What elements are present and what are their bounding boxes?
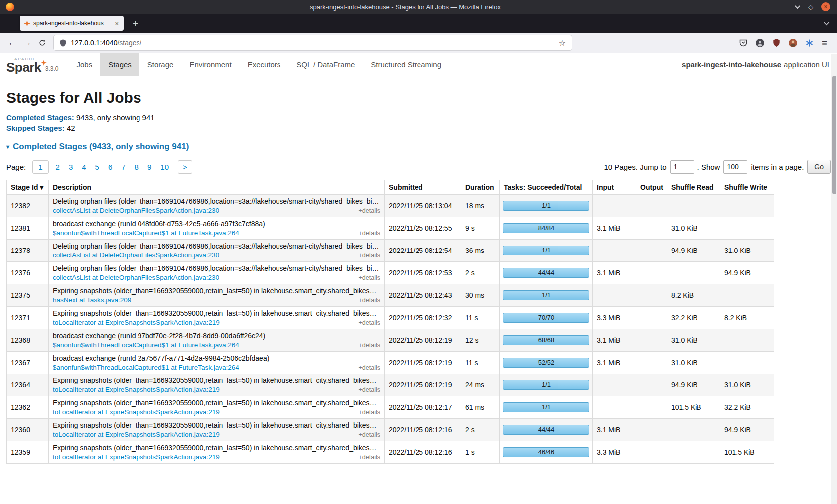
skipped-stages-link[interactable]: Skipped Stages:: [6, 124, 65, 132]
input-cell: 3.3 MiB: [593, 307, 636, 329]
shuffle-read-cell: [667, 262, 720, 284]
spark-nav-storage[interactable]: Storage: [140, 53, 182, 76]
hamburger-menu-icon[interactable]: ≡: [822, 38, 827, 48]
shuffle-write-cell: [720, 217, 774, 240]
tab-close-icon[interactable]: ×: [114, 20, 120, 27]
new-tab-button[interactable]: +: [131, 19, 140, 28]
items-per-page-input[interactable]: [723, 160, 747, 174]
stage-callsite-link[interactable]: $anonfun$withThreadLocalCaptured$1 at Fu…: [53, 364, 239, 371]
spark-nav-sql-dataframe[interactable]: SQL / DataFrame: [288, 53, 363, 76]
page-scrollbar[interactable]: [831, 54, 837, 504]
stage-callsite-link[interactable]: hasNext at Tasks.java:209: [53, 296, 131, 304]
details-toggle[interactable]: +details: [359, 342, 380, 349]
column-header-duration[interactable]: Duration: [461, 180, 500, 195]
shuffle-write-cell: 101.5 KiB: [720, 441, 774, 464]
column-header-submitted[interactable]: Submitted: [385, 180, 461, 195]
page-link-9[interactable]: 9: [147, 163, 151, 171]
column-header-output[interactable]: Output: [636, 180, 667, 195]
output-cell: [636, 352, 667, 374]
stage-callsite-link[interactable]: toLocalIterator at ExpireSnapshotsSparkA…: [53, 386, 220, 393]
details-toggle[interactable]: +details: [359, 364, 380, 371]
stage-id-cell: 12378: [7, 240, 49, 262]
back-button[interactable]: ←: [5, 36, 20, 50]
duration-cell: 24 ms: [461, 374, 500, 396]
tasks-progress-bar: 44/44: [503, 425, 589, 435]
scrollbar-thumb[interactable]: [832, 76, 836, 194]
duration-cell: 36 ms: [461, 240, 500, 262]
details-toggle[interactable]: +details: [359, 454, 380, 461]
description-cell: Expiring snapshots (older_than=166932055…: [49, 284, 385, 307]
list-all-tabs-icon[interactable]: [825, 21, 829, 25]
details-toggle[interactable]: +details: [359, 230, 380, 237]
go-button[interactable]: Go: [807, 160, 831, 174]
tab-title: spark-ingest-into-lakehous: [33, 20, 111, 27]
column-header-stage-id[interactable]: Stage Id ▾: [7, 180, 49, 195]
pocket-icon[interactable]: [739, 39, 747, 47]
browser-tab[interactable]: spark-ingest-into-lakehous ×: [20, 16, 124, 31]
page-link-3[interactable]: 3: [69, 163, 73, 171]
ublock-shield-icon[interactable]: [773, 39, 780, 47]
profile-avatar-icon[interactable]: [789, 39, 797, 47]
stage-callsite-link[interactable]: toLocalIterator at ExpireSnapshotsSparkA…: [53, 453, 220, 461]
column-header-tasks-succeeded-total[interactable]: Tasks: Succeeded/Total: [500, 180, 593, 195]
details-toggle[interactable]: +details: [359, 274, 380, 281]
details-toggle[interactable]: +details: [359, 386, 380, 393]
close-window-icon[interactable]: ×: [821, 2, 830, 11]
spark-nav-stages[interactable]: Stages: [100, 53, 140, 76]
column-header-description[interactable]: Description: [49, 180, 385, 195]
tasks-progress-label: 46/46: [503, 448, 589, 457]
input-cell: [593, 374, 636, 396]
stage-callsite-link[interactable]: $anonfun$withThreadLocalCaptured$1 at Fu…: [53, 341, 239, 349]
account-icon[interactable]: [756, 39, 764, 47]
details-toggle[interactable]: +details: [359, 431, 380, 438]
page-link-10[interactable]: 10: [160, 163, 169, 171]
stage-callsite-link[interactable]: toLocalIterator at ExpireSnapshotsSparkA…: [53, 319, 220, 326]
details-toggle[interactable]: +details: [359, 409, 380, 416]
stage-callsite-link[interactable]: toLocalIterator at ExpireSnapshotsSparkA…: [53, 431, 220, 438]
details-toggle[interactable]: +details: [359, 207, 380, 214]
spark-logo[interactable]: APACHE Spark: [6, 57, 41, 73]
completed-stages-section-toggle[interactable]: ▾ Completed Stages (9433, only showing 9…: [6, 142, 831, 152]
column-header-input[interactable]: Input: [593, 180, 636, 195]
page-link-5[interactable]: 5: [95, 163, 99, 171]
spark-nav-structured-streaming[interactable]: Structured Streaming: [363, 53, 449, 76]
tasks-progress-label: 44/44: [503, 425, 589, 434]
reload-button[interactable]: [35, 36, 50, 50]
stage-callsite-link[interactable]: $anonfun$withThreadLocalCaptured$1 at Fu…: [53, 229, 239, 237]
stage-callsite-link[interactable]: toLocalIterator at ExpireSnapshotsSparkA…: [53, 408, 220, 416]
page-link-1[interactable]: 1: [32, 160, 48, 174]
stage-callsite-link[interactable]: collectAsList at DeleteOrphanFilesSparkA…: [53, 274, 219, 281]
spark-nav-executors[interactable]: Executors: [240, 53, 289, 76]
tracking-protection-shield-icon[interactable]: [60, 39, 66, 47]
section-title: Completed Stages (9433, only showing 941…: [13, 142, 189, 152]
stages-table-body: 12382 Deleting orphan files (older_than=…: [7, 195, 774, 464]
stage-callsite-link[interactable]: collectAsList at DeleteOrphanFilesSparkA…: [53, 252, 219, 259]
details-toggle[interactable]: +details: [359, 319, 380, 326]
shuffle-write-cell: [720, 195, 774, 217]
completed-stages-link[interactable]: Completed Stages:: [6, 113, 74, 122]
url-bar[interactable]: 127.0.0.1:4040/stages/ ☆: [54, 35, 572, 50]
page-link-2[interactable]: 2: [56, 163, 60, 171]
details-toggle[interactable]: +details: [359, 297, 380, 304]
firefox-logo-icon: [6, 3, 14, 11]
jump-to-page-input[interactable]: [670, 160, 694, 174]
page-link-7[interactable]: 7: [121, 163, 125, 171]
spark-nav-environment[interactable]: Environment: [181, 53, 239, 76]
spark-nav-jobs[interactable]: Jobs: [68, 53, 100, 76]
page-link-8[interactable]: 8: [135, 163, 139, 171]
bookmark-star-icon[interactable]: ☆: [559, 38, 566, 48]
next-page-button[interactable]: >: [178, 160, 192, 174]
url-host: 127.0.0.1:4040: [71, 39, 117, 47]
column-header-shuffle-write[interactable]: Shuffle Write: [720, 180, 774, 195]
page-link-6[interactable]: 6: [108, 163, 112, 171]
details-toggle[interactable]: +details: [359, 252, 380, 259]
submitted-cell: 2022/11/25 08:12:53: [385, 262, 461, 284]
stage-id-cell: 12364: [7, 374, 49, 396]
forward-button[interactable]: →: [20, 36, 35, 50]
column-header-shuffle-read[interactable]: Shuffle Read: [667, 180, 720, 195]
page-link-4[interactable]: 4: [82, 163, 86, 171]
extension-asterisk-icon[interactable]: [806, 39, 813, 47]
maximize-icon[interactable]: ◇: [808, 4, 813, 10]
stage-callsite-link[interactable]: collectAsList at DeleteOrphanFilesSparkA…: [53, 207, 219, 214]
output-cell: [636, 419, 667, 441]
